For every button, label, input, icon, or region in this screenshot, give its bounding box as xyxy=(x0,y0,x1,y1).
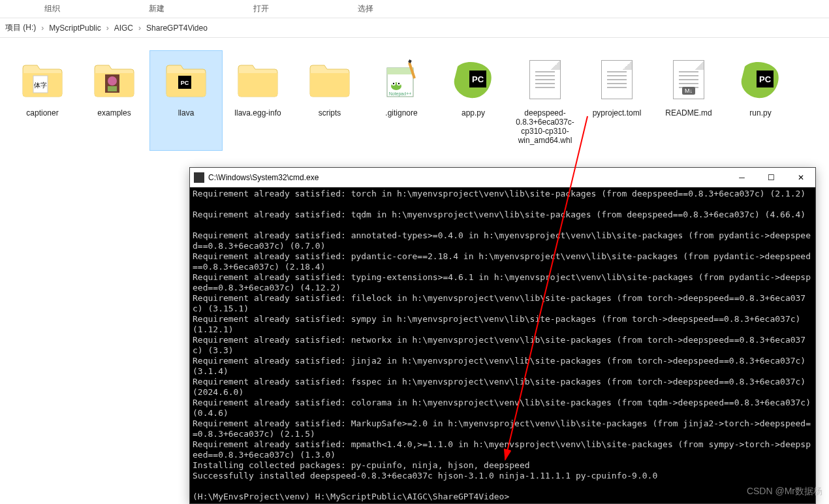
toolbar-organize[interactable]: 组织 xyxy=(0,0,104,18)
minimize-button[interactable]: ─ xyxy=(727,168,757,187)
folder-thumb-icon: 体字 xyxy=(19,56,66,103)
pyfile-icon: PC xyxy=(450,56,497,103)
folder-thumb2-icon xyxy=(91,56,138,103)
cmd-titlebar[interactable]: C:\Windows\System32\cmd.exe ─ ☐ ✕ xyxy=(190,168,815,187)
file-label: captioner xyxy=(9,108,76,118)
close-button[interactable]: ✕ xyxy=(786,168,815,187)
svg-text:体字: 体字 xyxy=(34,82,47,89)
folder-icon xyxy=(234,56,281,103)
svg-text:PC: PC xyxy=(472,74,484,84)
toolbar-select[interactable]: 选择 xyxy=(313,0,418,18)
file-item[interactable]: scripts xyxy=(294,51,366,150)
svg-rect-8 xyxy=(387,68,413,74)
file-label: examples xyxy=(81,108,148,118)
svg-point-13 xyxy=(398,83,399,84)
cmd-output[interactable]: Requirement already satisfied: torch in … xyxy=(190,187,815,503)
pyfile-icon: PC xyxy=(737,56,784,103)
svg-point-3 xyxy=(108,76,117,86)
svg-point-12 xyxy=(393,83,394,84)
file-item[interactable]: pyproject.toml xyxy=(581,51,653,150)
file-item[interactable]: Notepad++.gitignore xyxy=(366,51,437,150)
explorer-toolbar: 组织 新建 打开 选择 xyxy=(0,0,829,18)
chevron-right-icon: › xyxy=(138,24,141,33)
breadcrumb[interactable]: 项目 (H:) › MyScriptPublic › AIGC › ShareG… xyxy=(0,18,829,38)
folder-icon xyxy=(306,56,353,103)
svg-rect-4 xyxy=(108,86,117,91)
file-label: scripts xyxy=(296,108,363,118)
toolbar-open[interactable]: 打开 xyxy=(209,0,313,18)
notepad-icon: Notepad++ xyxy=(378,56,425,103)
files-area: 体字captionerexamplesPCllavallava.egg-info… xyxy=(0,38,829,163)
file-label: app.py xyxy=(440,108,507,118)
file-item[interactable]: llava.egg-info xyxy=(222,51,294,150)
maximize-button[interactable]: ☐ xyxy=(757,168,786,187)
cmd-window: C:\Windows\System32\cmd.exe ─ ☐ ✕ Requir… xyxy=(189,167,816,504)
file-label: pyproject.toml xyxy=(584,108,650,118)
breadcrumb-part-1[interactable]: AIGC xyxy=(114,24,133,33)
file-label: run.py xyxy=(727,108,794,118)
file-label: .gitignore xyxy=(368,108,435,118)
file-label: llava xyxy=(153,108,219,118)
cmd-title: C:\Windows\System32\cmd.exe xyxy=(208,173,727,182)
watermark: CSDN @Mr数据杨 xyxy=(747,486,822,497)
md-icon: M↓ xyxy=(665,56,712,103)
chevron-right-icon: › xyxy=(106,24,109,33)
svg-text:Notepad++: Notepad++ xyxy=(389,91,412,97)
chevron-right-icon: › xyxy=(41,24,44,33)
file-label: llava.egg-info xyxy=(225,108,291,118)
file-item[interactable]: 体字captioner xyxy=(7,51,78,150)
window-controls: ─ ☐ ✕ xyxy=(727,168,815,187)
file-item[interactable]: PCrun.py xyxy=(725,51,796,150)
file-item[interactable]: M↓README.md xyxy=(653,51,725,150)
svg-line-16 xyxy=(409,60,411,63)
breadcrumb-part-0[interactable]: MyScriptPublic xyxy=(49,24,101,33)
file-item[interactable]: deepspeed-0.8.3+6eca037c-cp310-cp310-win… xyxy=(509,51,581,150)
file-item[interactable]: examples xyxy=(78,51,150,150)
cmd-icon xyxy=(194,172,204,183)
file-label: deepspeed-0.8.3+6eca037c-cp310-cp310-win… xyxy=(512,108,578,145)
folder-pc-icon: PC xyxy=(163,56,210,103)
svg-text:PC: PC xyxy=(759,74,772,84)
file-item[interactable]: PCllava xyxy=(150,51,222,150)
svg-text:PC: PC xyxy=(181,80,189,86)
txt-icon xyxy=(522,56,569,103)
toolbar-new[interactable]: 新建 xyxy=(104,0,209,18)
breadcrumb-root[interactable]: 项目 (H:) xyxy=(5,22,36,33)
txt-icon xyxy=(593,56,640,103)
file-label: README.md xyxy=(655,108,722,118)
file-item[interactable]: PCapp.py xyxy=(437,51,509,150)
breadcrumb-part-2[interactable]: ShareGPT4Video xyxy=(146,24,208,33)
